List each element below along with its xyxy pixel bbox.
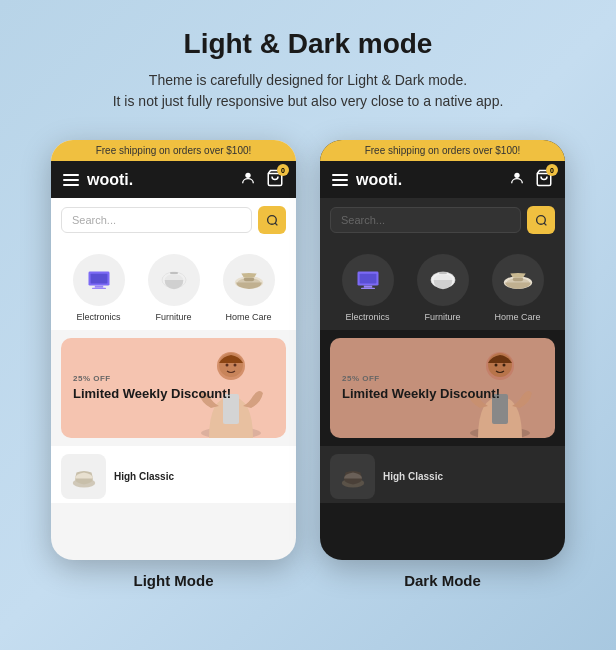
light-category-electronics[interactable]: Electronics <box>73 254 125 322</box>
dark-search-placeholder: Search... <box>341 214 510 226</box>
svg-rect-7 <box>90 274 107 284</box>
light-cart-icon[interactable]: 0 <box>266 169 284 190</box>
svg-line-3 <box>275 223 277 225</box>
svg-point-2 <box>267 215 276 224</box>
light-furniture-label: Furniture <box>155 312 191 322</box>
dark-promo-badge: 25% OFF <box>342 374 543 383</box>
dark-hamburger-icon[interactable] <box>332 174 348 186</box>
dark-nav-left: wooti. <box>332 171 402 189</box>
dark-homecare-label: Home Care <box>494 312 540 322</box>
dark-product-name: High Classic <box>383 471 555 482</box>
page-subtitle: Theme is carefully designed for Light & … <box>113 70 504 112</box>
light-phone-label: Light Mode <box>134 572 214 589</box>
phones-container: Free shipping on orders over $100! wooti… <box>51 140 565 589</box>
dark-user-icon[interactable] <box>509 170 525 189</box>
light-homecare-icon <box>223 254 275 306</box>
dark-furniture-icon <box>417 254 469 306</box>
dark-search-input-wrapper[interactable]: Search... <box>330 207 521 233</box>
light-cart-badge: 0 <box>277 164 289 176</box>
dark-cart-badge: 0 <box>546 164 558 176</box>
dark-banner-text: 25% OFF Limited Weekly Discount! <box>330 364 555 413</box>
dark-product-info: High Classic <box>383 471 555 482</box>
dark-product-section: High Classic <box>320 446 565 503</box>
svg-rect-5 <box>94 286 102 288</box>
light-product-section: High Classic <box>51 446 296 503</box>
svg-rect-34 <box>512 277 522 281</box>
light-nav-left: wooti. <box>63 171 133 189</box>
dark-furniture-label: Furniture <box>424 312 460 322</box>
dark-phone-wrapper: Free shipping on orders over $100! wooti… <box>320 140 565 589</box>
light-product-info: High Classic <box>114 471 286 482</box>
light-category-furniture[interactable]: Furniture <box>148 254 200 322</box>
svg-rect-28 <box>359 274 376 284</box>
svg-rect-13 <box>243 277 253 281</box>
dark-nav-bar: wooti. 0 <box>320 161 565 198</box>
dark-category-furniture[interactable]: Furniture <box>417 254 469 322</box>
svg-rect-10 <box>170 272 178 274</box>
light-homecare-label: Home Care <box>225 312 271 322</box>
dark-logo: wooti. <box>356 171 402 189</box>
dark-category-homecare[interactable]: Home Care <box>492 254 544 322</box>
dark-electronics-label: Electronics <box>345 312 389 322</box>
svg-rect-6 <box>92 288 106 289</box>
dark-homecare-icon <box>492 254 544 306</box>
svg-point-0 <box>245 173 250 178</box>
light-logo: wooti. <box>87 171 133 189</box>
light-promo-banner: 25% OFF Limited Weekly Discount! <box>61 338 286 438</box>
light-search-button[interactable] <box>258 206 286 234</box>
light-furniture-icon <box>148 254 200 306</box>
light-search-container: Search... <box>51 198 296 242</box>
dark-product-thumb <box>330 454 375 499</box>
dark-category-electronics[interactable]: Electronics <box>342 254 394 322</box>
light-product-name: High Classic <box>114 471 286 482</box>
svg-line-24 <box>544 223 546 225</box>
dark-promo-banner: 25% OFF Limited Weekly Discount! <box>330 338 555 438</box>
dark-top-banner: Free shipping on orders over $100! <box>320 140 565 161</box>
light-phone: Free shipping on orders over $100! wooti… <box>51 140 296 560</box>
dark-promo-title: Limited Weekly Discount! <box>342 386 543 403</box>
dark-categories: Electronics Furniture Home Care <box>320 242 565 330</box>
dark-nav-icons: 0 <box>509 169 553 190</box>
light-electronics-icon <box>73 254 125 306</box>
light-top-banner: Free shipping on orders over $100! <box>51 140 296 161</box>
svg-point-23 <box>536 215 545 224</box>
light-category-homecare[interactable]: Home Care <box>223 254 275 322</box>
light-promo-badge: 25% OFF <box>73 374 274 383</box>
light-categories: Electronics Furniture Home Care <box>51 242 296 330</box>
svg-point-21 <box>514 173 519 178</box>
light-electronics-label: Electronics <box>76 312 120 322</box>
dark-cart-icon[interactable]: 0 <box>535 169 553 190</box>
dark-phone-label: Dark Mode <box>404 572 481 589</box>
light-hamburger-icon[interactable] <box>63 174 79 186</box>
dark-electronics-icon <box>342 254 394 306</box>
dark-search-button[interactable] <box>527 206 555 234</box>
svg-rect-31 <box>439 272 447 274</box>
light-product-thumb <box>61 454 106 499</box>
dark-phone: Free shipping on orders over $100! wooti… <box>320 140 565 560</box>
svg-rect-26 <box>363 286 371 288</box>
light-nav-icons: 0 <box>240 169 284 190</box>
light-phone-wrapper: Free shipping on orders over $100! wooti… <box>51 140 296 589</box>
dark-search-container: Search... <box>320 198 565 242</box>
light-search-placeholder: Search... <box>72 214 241 226</box>
svg-rect-27 <box>361 288 375 289</box>
light-banner-text: 25% OFF Limited Weekly Discount! <box>61 364 286 413</box>
light-promo-title: Limited Weekly Discount! <box>73 386 274 403</box>
page-title: Light & Dark mode <box>184 28 433 60</box>
light-search-input-wrapper[interactable]: Search... <box>61 207 252 233</box>
light-user-icon[interactable] <box>240 170 256 189</box>
light-nav-bar: wooti. 0 <box>51 161 296 198</box>
